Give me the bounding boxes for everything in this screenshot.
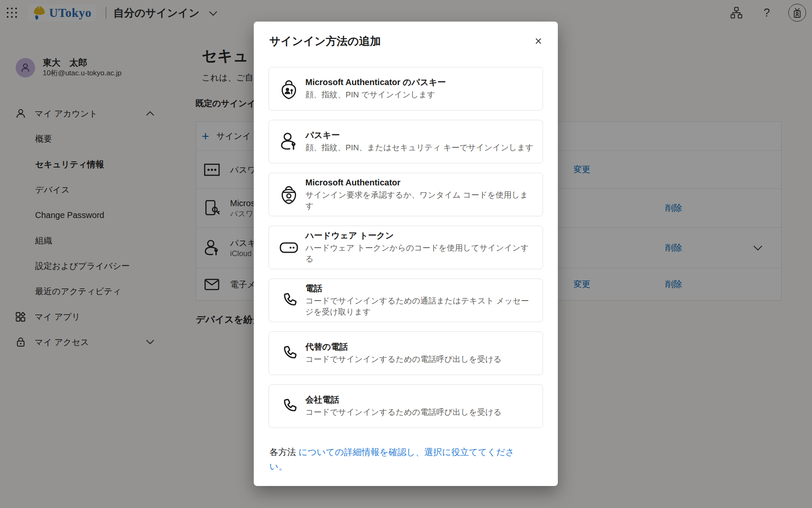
close-icon: × [535,33,542,50]
method-description: コードでサインインするための電話呼び出しを受ける [305,354,502,365]
method-option-office-phone[interactable]: 会社電話 コードでサインインするための電話呼び出しを受ける [269,384,543,428]
method-title: 会社電話 [305,395,502,405]
footer-prefix: 各方法 [269,447,296,457]
method-option-phone[interactable]: 電話 コードでサインインするための通話またはテキスト メッセージを受け取ります [269,279,543,322]
close-button[interactable]: × [530,33,547,50]
method-option-msa-passkey[interactable]: Microsoft Authenticator のパスキー 顔、指紋、PIN で… [269,67,543,110]
method-option-authenticator[interactable]: Microsoft Authenticator サインイン要求を承認するか、ワン… [269,173,543,216]
dialog-footer-text: 各方法 についての詳細情報を確認し、選択に役立ててください。 [269,445,523,474]
phone-icon [279,345,299,362]
phone-icon [279,398,299,414]
method-title: Microsoft Authenticator [305,177,535,188]
method-description: 顔、指紋、PIN でサインインします [305,89,446,100]
method-title: 代替の電話 [305,342,502,352]
method-title: Microsoft Authenticator のパスキー [305,77,446,88]
method-description: コードでサインインするための通話またはテキスト メッセージを受け取ります [305,295,535,318]
method-option-alternate-phone[interactable]: 代替の電話 コードでサインインするための電話呼び出しを受ける [269,331,543,375]
method-description: コードでサインインするための電話呼び出しを受ける [305,407,502,418]
dialog-title: サインイン方法の追加 [269,35,381,47]
add-signin-method-dialog: サインイン方法の追加 × Microsoft Authenticator のパス… [254,22,558,486]
method-description: ハードウェア トークンからのコードを使用してサインインする [305,243,535,265]
phone-icon [279,293,299,309]
passkey-person-icon [279,132,299,152]
learn-more-link[interactable]: についての詳細情報を確認し、選択に役立ててください。 [269,447,514,471]
hardware-token-icon [279,242,299,253]
method-title: パスキー [305,130,533,141]
method-option-list: Microsoft Authenticator のパスキー 顔、指紋、PIN で… [269,67,543,437]
passkey-lock-icon [279,78,299,99]
method-title: 電話 [305,283,535,294]
method-description: 顔、指紋、PIN、またはセキュリティ キーでサインインします [305,142,533,153]
method-title: ハードウェア トークン [305,230,535,241]
method-option-hardware-token[interactable]: ハードウェア トークン ハードウェア トークンからのコードを使用してサインインす… [269,226,543,269]
method-option-passkey[interactable]: パスキー 顔、指紋、PIN、またはセキュリティ キーでサインインします [269,120,543,163]
authenticator-icon [279,185,299,205]
method-description: サインイン要求を承認するか、ワンタイム コードを使用します [305,190,535,212]
